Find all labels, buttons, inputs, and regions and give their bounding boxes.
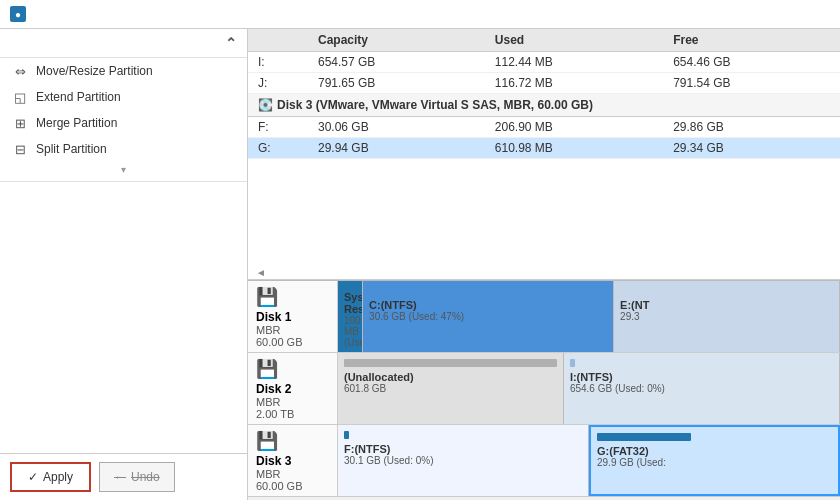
cell-letter: J: bbox=[248, 73, 308, 94]
disk-row-disk2: 💾 Disk 2 MBR 2.00 TB (Unallocated) 601.8… bbox=[248, 353, 840, 425]
cell-used: 206.90 MB bbox=[485, 117, 663, 138]
partition-block-disk3-0[interactable]: F:(NTFS) 30.1 GB (Used: 0%) bbox=[338, 425, 589, 496]
sidebar-item-move-resize[interactable]: ⇔ Move/Resize Partition bbox=[0, 58, 247, 84]
cell-letter: F: bbox=[248, 117, 308, 138]
title-bar: ● bbox=[0, 0, 840, 29]
cell-capacity: 30.06 GB bbox=[308, 117, 485, 138]
undo-arrow-icon: ← bbox=[114, 470, 126, 484]
disk-header-label: 💽Disk 3 (VMware, VMware Virtual S SAS, M… bbox=[248, 94, 840, 117]
partition-block-disk2-0[interactable]: (Unallocated) 601.8 GB bbox=[338, 353, 564, 424]
disk-label: Disk 1 bbox=[256, 310, 329, 324]
extend-icon: ◱ bbox=[12, 89, 28, 105]
partition-bar bbox=[620, 287, 705, 295]
col-capacity: Capacity bbox=[308, 29, 485, 52]
partition-label: I:(NTFS) bbox=[570, 371, 833, 383]
disk-info-cell: 💾 Disk 1 MBR 60.00 GB bbox=[248, 281, 338, 352]
col-letter bbox=[248, 29, 308, 52]
partition-bar bbox=[597, 433, 691, 441]
partition-sublabel: 100 MB (Usec bbox=[344, 315, 356, 348]
scroll-down-indicator: ▾ bbox=[0, 162, 247, 177]
cell-capacity: 654.57 GB bbox=[308, 52, 485, 73]
disk-visual-area: 💾 Disk 1 MBR 60.00 GB System Reser 100 M… bbox=[248, 280, 840, 500]
merge-icon: ⊞ bbox=[12, 115, 28, 131]
partition-bar bbox=[570, 359, 575, 367]
cell-capacity: 29.94 GB bbox=[308, 138, 485, 159]
partition-block-disk1-2[interactable]: E:(NT 29.3 bbox=[614, 281, 840, 352]
partition-label: System Reser bbox=[344, 291, 356, 315]
chevron-up-icon[interactable]: ⌃ bbox=[225, 35, 237, 51]
undo-label: Undo bbox=[131, 470, 160, 484]
partition-block-disk2-1[interactable]: I:(NTFS) 654.6 GB (Used: 0%) bbox=[564, 353, 840, 424]
disk-size: 2.00 TB bbox=[256, 408, 329, 420]
ops-pending-header bbox=[0, 186, 247, 196]
main-layout: ⌃ ⇔ Move/Resize Partition ◱ Extend Parti… bbox=[0, 29, 840, 500]
partition-label: (Unallocated) bbox=[344, 371, 557, 383]
disk-info-cell: 💾 Disk 3 MBR 60.00 GB bbox=[248, 425, 338, 496]
sidebar-bottom: ✓ Apply ← Undo bbox=[0, 453, 247, 500]
partition-sublabel: 654.6 GB (Used: 0%) bbox=[570, 383, 833, 394]
partition-bar bbox=[344, 431, 349, 439]
partition-sublabel: 30.6 GB (Used: 47%) bbox=[369, 311, 607, 322]
app-icon: ● bbox=[10, 6, 26, 22]
sidebar-item-move-resize-label: Move/Resize Partition bbox=[36, 64, 153, 78]
disk-type: MBR bbox=[256, 468, 329, 480]
partition-sublabel: 29.3 bbox=[620, 311, 833, 322]
undo-button[interactable]: ← Undo bbox=[99, 462, 175, 492]
disk-partitions: System Reser 100 MB (Usec C:(NTFS) 30.6 … bbox=[338, 281, 840, 352]
partition-block-disk3-1[interactable]: G:(FAT32) 29.9 GB (Used: bbox=[589, 425, 840, 496]
disk-label: Disk 2 bbox=[256, 382, 329, 396]
disk-partitions: (Unallocated) 601.8 GB I:(NTFS) 654.6 GB… bbox=[338, 353, 840, 424]
right-panel: Capacity Used Free I: 654.57 GB 112.44 M… bbox=[248, 29, 840, 500]
table-row[interactable]: J: 791.65 GB 116.72 MB 791.54 GB bbox=[248, 73, 840, 94]
disk-type: MBR bbox=[256, 396, 329, 408]
table-row[interactable]: I: 654.57 GB 112.44 MB 654.46 GB bbox=[248, 52, 840, 73]
partition-sublabel: 29.9 GB (Used: bbox=[597, 457, 832, 468]
cell-letter: G: bbox=[248, 138, 308, 159]
cell-free: 29.34 GB bbox=[663, 138, 840, 159]
apply-button[interactable]: ✓ Apply bbox=[10, 462, 91, 492]
col-free: Free bbox=[663, 29, 840, 52]
partition-table-area[interactable]: Capacity Used Free I: 654.57 GB 112.44 M… bbox=[248, 29, 840, 266]
partition-sublabel: 30.1 GB (Used: 0%) bbox=[344, 455, 582, 466]
change-partition-header: ⌃ bbox=[0, 29, 247, 58]
sidebar-item-extend[interactable]: ◱ Extend Partition bbox=[0, 84, 247, 110]
disk-info-cell: 💾 Disk 2 MBR 2.00 TB bbox=[248, 353, 338, 424]
partition-bar bbox=[344, 359, 557, 367]
scroll-row: ◄ bbox=[248, 266, 840, 280]
cell-letter: I: bbox=[248, 52, 308, 73]
cell-capacity: 791.65 GB bbox=[308, 73, 485, 94]
table-row[interactable]: F: 30.06 GB 206.90 MB 29.86 GB bbox=[248, 117, 840, 138]
move-resize-icon: ⇔ bbox=[12, 63, 28, 79]
disk-icon: 💽 bbox=[258, 98, 273, 112]
partition-label: C:(NTFS) bbox=[369, 299, 607, 311]
disk-row-disk1: 💾 Disk 1 MBR 60.00 GB System Reser 100 M… bbox=[248, 281, 840, 353]
disk-size: 60.00 GB bbox=[256, 480, 329, 492]
disk-drive-icon: 💾 bbox=[256, 358, 329, 380]
partition-table: Capacity Used Free I: 654.57 GB 112.44 M… bbox=[248, 29, 840, 159]
cell-used: 112.44 MB bbox=[485, 52, 663, 73]
disk-row-disk3: 💾 Disk 3 MBR 60.00 GB F:(NTFS) 30.1 GB (… bbox=[248, 425, 840, 497]
apply-label: Apply bbox=[43, 470, 73, 484]
cell-free: 791.54 GB bbox=[663, 73, 840, 94]
disk-partitions: F:(NTFS) 30.1 GB (Used: 0%) G:(FAT32) 29… bbox=[338, 425, 840, 496]
partition-label: E:(NT bbox=[620, 299, 833, 311]
partition-block-disk1-0[interactable]: System Reser 100 MB (Usec bbox=[338, 281, 363, 352]
partition-block-disk1-1[interactable]: C:(NTFS) 30.6 GB (Used: 47%) bbox=[363, 281, 614, 352]
sidebar-item-split[interactable]: ⊟ Split Partition bbox=[0, 136, 247, 162]
partition-label: G:(FAT32) bbox=[597, 445, 832, 457]
table-row[interactable]: G: 29.94 GB 610.98 MB 29.34 GB bbox=[248, 138, 840, 159]
apply-checkmark-icon: ✓ bbox=[28, 470, 38, 484]
sidebar-item-merge[interactable]: ⊞ Merge Partition bbox=[0, 110, 247, 136]
disk-type: MBR bbox=[256, 324, 329, 336]
partition-bar bbox=[369, 287, 481, 295]
col-used: Used bbox=[485, 29, 663, 52]
disk-section-header: 💽Disk 3 (VMware, VMware Virtual S SAS, M… bbox=[248, 94, 840, 117]
sidebar-item-split-label: Split Partition bbox=[36, 142, 107, 156]
partition-sublabel: 601.8 GB bbox=[344, 383, 557, 394]
sidebar-item-merge-label: Merge Partition bbox=[36, 116, 117, 130]
scroll-left-arrow-icon[interactable]: ◄ bbox=[256, 267, 266, 278]
split-icon: ⊟ bbox=[12, 141, 28, 157]
cell-used: 610.98 MB bbox=[485, 138, 663, 159]
sidebar: ⌃ ⇔ Move/Resize Partition ◱ Extend Parti… bbox=[0, 29, 248, 500]
disk-size: 60.00 GB bbox=[256, 336, 329, 348]
